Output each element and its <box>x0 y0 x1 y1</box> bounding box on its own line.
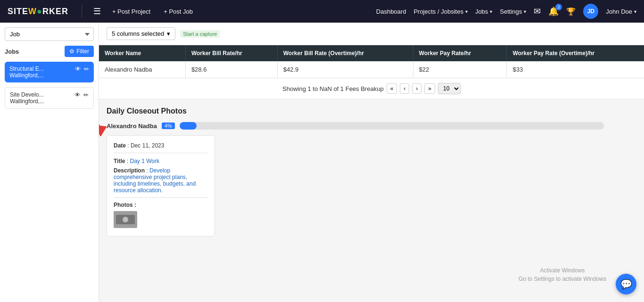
page-size-select[interactable]: 10 20 50 <box>438 83 461 94</box>
hamburger-menu-icon[interactable]: ☰ <box>91 4 103 18</box>
notification-badge: 2 <box>555 4 562 10</box>
photo-thumb-image <box>114 211 137 228</box>
activate-windows-notice: Activate Windows Go to Settings to activ… <box>519 266 606 283</box>
sidebar-filter-row: Jobs ⚙ Filter <box>5 46 94 57</box>
sidebar-item-site-develo[interactable]: Site Develo... Wallingford,... 👁 ✏ <box>5 87 94 109</box>
user-avatar[interactable]: JD <box>583 4 598 19</box>
table-cell-4: $33 <box>507 61 644 78</box>
chat-icon: 💬 <box>620 278 632 290</box>
filter-icon: ⚙ <box>69 48 74 55</box>
chevron-down-icon: ▾ <box>524 9 526 14</box>
chevron-down-icon: ▾ <box>465 9 468 14</box>
chevron-down-icon: ▾ <box>490 9 492 14</box>
sidebar-item-structural[interactable]: Structural E... Wallingford,... 👁 ✏ <box>5 62 94 82</box>
job-type-select[interactable]: Job <box>5 27 94 41</box>
page-prev-button[interactable]: ‹ <box>400 83 409 94</box>
activate-windows-line1: Activate Windows <box>519 266 606 275</box>
closeout-title: Daily Closeout Photos <box>107 107 636 115</box>
closeout-worker-bar: Alexandro Nadba 4% <box>107 122 636 130</box>
table-cell-2: $42.9 <box>277 61 413 78</box>
start-capture-label: Start a capture <box>180 30 220 38</box>
mail-icon[interactable]: ✉ <box>534 6 541 16</box>
logo-highlight: W <box>28 7 37 16</box>
nav-divider <box>82 5 82 18</box>
card-date-label: Date <box>114 142 126 149</box>
edit-icon[interactable]: ✏ <box>83 91 89 98</box>
sidebar-jobs-label: Jobs <box>5 48 19 55</box>
table-section: 5 columns selected ▾ Start a capture Wor… <box>99 23 644 99</box>
notifications-icon[interactable]: 🔔 2 <box>548 6 559 16</box>
logo: SITEW●RKER <box>8 7 68 16</box>
dashboard-link[interactable]: Dashboard <box>376 8 406 15</box>
table-cell-1: $28.6 <box>185 61 277 78</box>
columns-select-button[interactable]: 5 columns selected ▾ <box>107 27 175 40</box>
jobs-link[interactable]: Jobs ▾ <box>475 8 492 15</box>
post-job-button[interactable]: + Post Job <box>160 6 197 17</box>
col-pay-rate: Worker Pay Rate/hr <box>413 45 507 61</box>
progress-bar-wrapper <box>180 122 604 130</box>
columns-bar: 5 columns selected ▾ Start a capture <box>99 23 644 45</box>
table-header-row: Worker Name Worker Bill Rate/hr Worker B… <box>99 45 644 61</box>
card-title-label: Title <box>114 158 125 164</box>
trophy-icon[interactable]: 🏆 <box>566 7 576 16</box>
table-row: Alexandro Nadba$28.6$42.9$22$33 <box>99 61 644 78</box>
card-desc-label: Description <box>114 167 145 174</box>
main-content: 5 columns selected ▾ Start a capture Wor… <box>99 23 644 302</box>
progress-label: 4% <box>162 122 175 129</box>
card-desc-row: Description : Develop comprehensive proj… <box>114 167 208 198</box>
page-next-button[interactable]: › <box>412 83 421 94</box>
fees-table: Worker Name Worker Bill Rate/hr Worker B… <box>99 45 644 78</box>
sidebar-item-actions-site: 👁 ✏ <box>74 91 89 98</box>
sidebar-item-structural-text: Structural E... Wallingford,... <box>9 65 44 79</box>
view-icon[interactable]: 👁 <box>74 91 81 98</box>
sidebar: Job Jobs ⚙ Filter Structural E... Wallin… <box>0 23 99 302</box>
closeout-worker-name: Alexandro Nadba <box>107 122 157 130</box>
layout: Job Jobs ⚙ Filter Structural E... Wallin… <box>0 23 644 302</box>
red-arrow-icon <box>99 117 107 136</box>
top-navigation: SITEW●RKER ☰ + Post Project + Post Job D… <box>0 0 644 23</box>
sidebar-item-actions-structural: 👁 ✏ <box>75 65 89 73</box>
progress-bar-fill <box>180 122 197 130</box>
settings-link[interactable]: Settings ▾ <box>500 8 526 15</box>
card-date: Date : Dec 11, 2023 <box>114 142 208 153</box>
pagination-text: Showing 1 to NaN of 1 Fees Breakup <box>282 85 384 92</box>
closeout-card: Date : Dec 11, 2023 Title : Day 1 Work D… <box>107 135 215 237</box>
sidebar-item-site-develo-text: Site Develo... Wallingford,... <box>10 91 44 105</box>
table-cell-0: Alexandro Nadba <box>99 61 185 78</box>
user-name-link[interactable]: John Doe ▾ <box>606 8 636 15</box>
closeout-section: Daily Closeout Photos Alexandro Nadba 4% <box>99 99 644 244</box>
col-worker-name: Worker Name <box>99 45 185 61</box>
post-project-button[interactable]: + Post Project <box>108 6 154 17</box>
card-photo-thumbnail[interactable] <box>114 211 137 228</box>
page-first-button[interactable]: « <box>387 83 397 94</box>
user-chevron-icon: ▾ <box>634 9 636 14</box>
col-bill-rate-ot: Worker Bill Rate (Overtime)/hr <box>277 45 413 61</box>
col-pay-rate-ot: Worker Pay Rate (Overtime)/hr <box>507 45 644 61</box>
filter-button[interactable]: ⚙ Filter <box>65 46 94 57</box>
card-title-value: Day 1 Work <box>130 158 159 164</box>
chevron-down-icon: ▾ <box>167 30 170 37</box>
card-photos-label: Photos : <box>114 202 208 208</box>
card-title-row: Title : Day 1 Work <box>114 158 208 164</box>
page-last-button[interactable]: » <box>424 83 435 94</box>
col-bill-rate: Worker Bill Rate/hr <box>185 45 277 61</box>
chat-button[interactable]: 💬 <box>616 274 636 294</box>
view-icon[interactable]: 👁 <box>75 65 81 73</box>
activate-windows-line2: Go to Settings to activate Windows <box>519 275 606 283</box>
projects-jobsites-link[interactable]: Projects / Jobsites ▾ <box>413 8 468 15</box>
topnav-right-section: Dashboard Projects / Jobsites ▾ Jobs ▾ S… <box>376 4 636 19</box>
pagination-bar: Showing 1 to NaN of 1 Fees Breakup « ‹ ›… <box>99 78 644 99</box>
svg-point-2 <box>123 217 128 222</box>
table-cell-3: $22 <box>413 61 507 78</box>
edit-icon[interactable]: ✏ <box>84 65 89 73</box>
card-date-value: Dec 11, 2023 <box>131 142 164 149</box>
